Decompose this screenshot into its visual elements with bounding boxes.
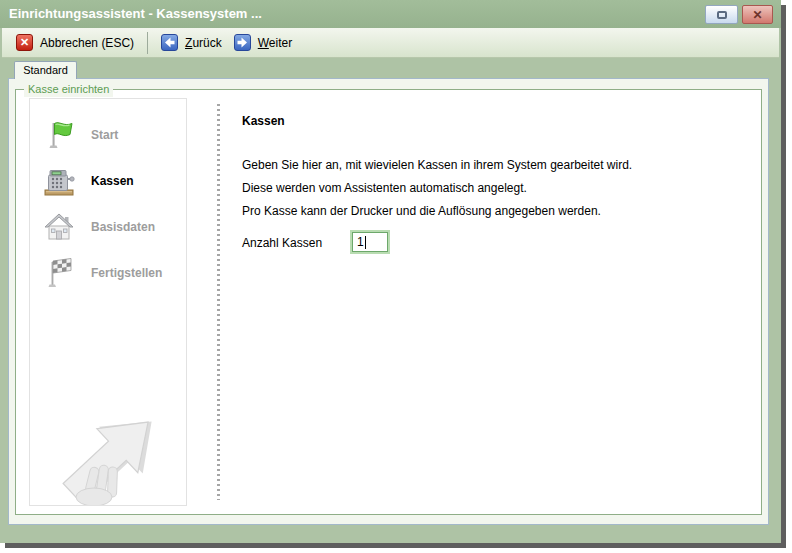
- cash-register-icon: [42, 164, 76, 198]
- sidebar-item-start[interactable]: Start: [42, 113, 180, 157]
- text-caret: [365, 236, 366, 249]
- sidebar-item-label: Start: [91, 128, 118, 142]
- instruction-line: Pro Kasse kann der Drucker und die Auflö…: [242, 204, 601, 218]
- abort-button[interactable]: ✕ Abbrechen (ESC): [16, 34, 134, 51]
- cancel-x-icon: ✕: [16, 34, 33, 51]
- anzahl-kassen-input[interactable]: 1: [352, 232, 388, 252]
- close-button[interactable]: ✕: [742, 5, 773, 24]
- tab-standard[interactable]: Standard: [14, 61, 77, 79]
- instruction-line: Geben Sie hier an, mit wievielen Kassen …: [242, 158, 632, 172]
- sidebar-item-kassen[interactable]: Kassen: [42, 159, 180, 203]
- toolbar-separator: [147, 32, 148, 54]
- house-icon: [42, 210, 76, 244]
- toolbar: ✕ Abbrechen (ESC) Zurück Weiter: [2, 28, 779, 58]
- close-icon: ✕: [752, 8, 762, 22]
- checkered-flag-icon: [42, 256, 76, 290]
- tab-panel: Kasse einrichten Start: [8, 78, 769, 525]
- sidebar-item-label: Kassen: [91, 174, 134, 188]
- back-button[interactable]: Zurück: [161, 34, 222, 51]
- arrow-left-icon: [161, 34, 178, 51]
- sidebar-item-label: Fertigstellen: [91, 266, 162, 280]
- sidebar-item-label: Basisdaten: [91, 220, 155, 234]
- groupbox-label: Kasse einrichten: [24, 82, 113, 97]
- vertical-dotted-separator: [217, 104, 220, 500]
- page-title: Kassen: [242, 114, 285, 128]
- window-title: Einrichtungsassistent - Kassensystem ...: [9, 0, 262, 28]
- abort-label: Abbrechen (ESC): [40, 36, 134, 50]
- restore-window-icon: [717, 11, 727, 19]
- instruction-line: Diese werden vom Assistenten automatisch…: [242, 181, 527, 195]
- anzahl-kassen-label: Anzahl Kassen: [242, 236, 322, 250]
- arrow-up-right-watermark-icon: [32, 409, 186, 505]
- next-button[interactable]: Weiter: [234, 34, 292, 51]
- sidebar-item-basisdaten[interactable]: Basisdaten: [42, 205, 180, 249]
- groupbox-kasse-einrichten: Kasse einrichten Start: [15, 89, 762, 515]
- restore-button[interactable]: [705, 5, 738, 24]
- wizard-window: Einrichtungsassistent - Kassensystem ...…: [0, 0, 781, 543]
- titlebar: Einrichtungsassistent - Kassensystem ...…: [0, 0, 781, 28]
- green-flag-icon: [42, 118, 76, 152]
- wizard-steps-sidebar: Start Kassen: [29, 98, 187, 506]
- arrow-right-icon: [234, 34, 251, 51]
- next-label: Weiter: [258, 36, 292, 50]
- sidebar-item-fertigstellen[interactable]: Fertigstellen: [42, 251, 180, 295]
- anzahl-kassen-value: 1: [357, 235, 364, 249]
- back-label: Zurück: [185, 36, 222, 50]
